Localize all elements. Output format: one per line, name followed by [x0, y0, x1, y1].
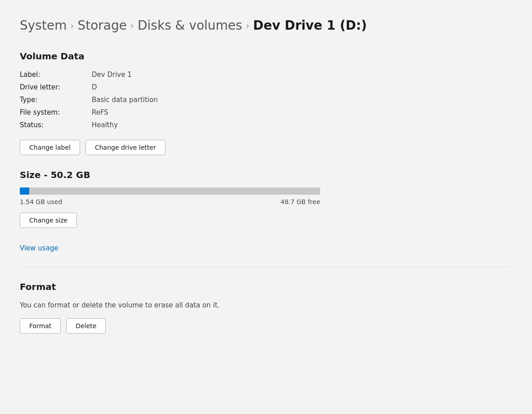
- free-label: 48.7 GB free: [281, 198, 320, 205]
- breadcrumb-sep-1: ›: [70, 20, 74, 31]
- drive-letter-value: D: [92, 83, 512, 91]
- breadcrumb-system[interactable]: System: [20, 18, 67, 33]
- breadcrumb-sep-3: ›: [246, 20, 250, 31]
- volume-data-title: Volume Data: [20, 51, 512, 62]
- breadcrumb-storage[interactable]: Storage: [77, 18, 127, 33]
- status-value: Healthy: [92, 121, 512, 129]
- format-title: Format: [20, 281, 512, 292]
- change-drive-letter-button[interactable]: Change drive letter: [85, 140, 165, 155]
- format-actions: Format Delete: [20, 318, 512, 334]
- breadcrumb-disks-volumes[interactable]: Disks & volumes: [138, 18, 242, 33]
- storage-labels: 1.54 GB used 48.7 GB free: [20, 198, 320, 205]
- breadcrumb-current: Dev Drive 1 (D:): [253, 18, 367, 33]
- section-divider: [20, 267, 512, 267]
- volume-data-section: Volume Data Label: Dev Drive 1 Drive let…: [20, 51, 512, 155]
- type-label: Type:: [20, 96, 92, 104]
- type-value: Basic data partition: [92, 96, 512, 104]
- drive-letter-label: Drive letter:: [20, 83, 92, 91]
- size-title: Size - 50.2 GB: [20, 169, 512, 180]
- breadcrumb-sep-2: ›: [130, 20, 134, 31]
- size-section: Size - 50.2 GB 1.54 GB used 48.7 GB free…: [20, 169, 512, 252]
- filesystem-label: File system:: [20, 108, 92, 116]
- status-label: Status:: [20, 121, 92, 129]
- change-label-button[interactable]: Change label: [20, 140, 80, 155]
- volume-info-grid: Label: Dev Drive 1 Drive letter: D Type:…: [20, 71, 512, 129]
- format-button[interactable]: Format: [20, 318, 61, 334]
- filesystem-value: ReFS: [92, 108, 512, 116]
- change-size-button[interactable]: Change size: [20, 213, 77, 228]
- storage-bar-used: [20, 187, 29, 195]
- label-field-label: Label:: [20, 71, 92, 79]
- used-label: 1.54 GB used: [20, 198, 62, 205]
- breadcrumb: System › Storage › Disks & volumes › Dev…: [20, 18, 512, 33]
- label-field-value: Dev Drive 1: [92, 71, 512, 79]
- size-actions: Change size: [20, 213, 512, 228]
- format-section: Format You can format or delete the volu…: [20, 281, 512, 334]
- storage-bar: [20, 187, 320, 195]
- delete-button[interactable]: Delete: [66, 318, 106, 334]
- format-description: You can format or delete the volume to e…: [20, 301, 512, 309]
- view-usage-link[interactable]: View usage: [20, 244, 58, 252]
- volume-actions: Change label Change drive letter: [20, 140, 512, 155]
